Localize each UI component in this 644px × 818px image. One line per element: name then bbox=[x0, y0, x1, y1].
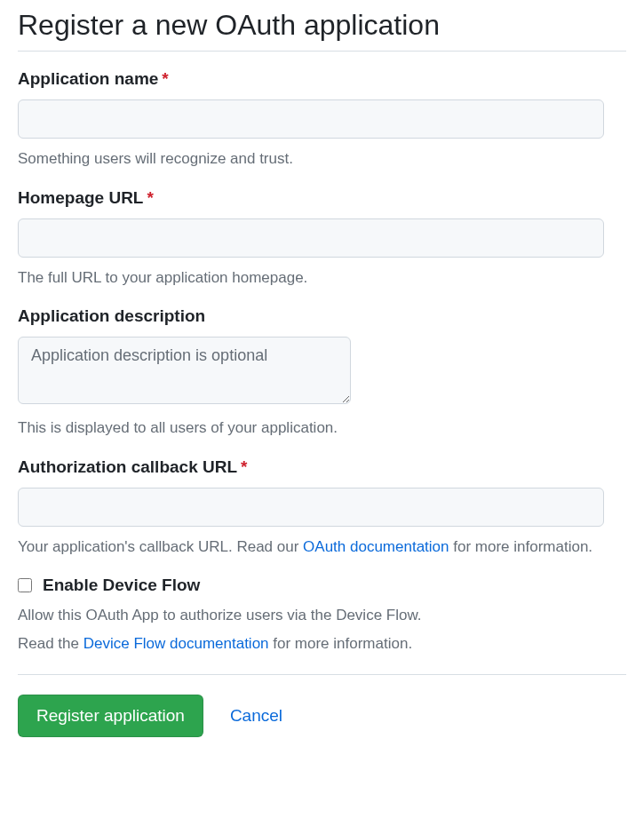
enable-device-flow-checkbox[interactable] bbox=[18, 578, 32, 592]
homepage-url-input[interactable] bbox=[18, 218, 604, 258]
required-indicator: * bbox=[162, 69, 168, 88]
oauth-documentation-link[interactable]: OAuth documentation bbox=[303, 538, 449, 555]
cancel-link[interactable]: Cancel bbox=[230, 706, 282, 726]
device-flow-documentation-link[interactable]: Device Flow documentation bbox=[83, 635, 269, 652]
application-description-input[interactable] bbox=[18, 337, 351, 404]
homepage-url-label-text: Homepage URL bbox=[18, 188, 143, 207]
page-title: Register a new OAuth application bbox=[18, 9, 626, 52]
homepage-url-group: Homepage URL* The full URL to your appli… bbox=[18, 188, 626, 290]
callback-url-label: Authorization callback URL* bbox=[18, 457, 626, 477]
application-description-group: Application description This is displaye… bbox=[18, 306, 626, 440]
application-description-help: This is displayed to all users of your a… bbox=[18, 417, 626, 440]
application-name-label: Application name* bbox=[18, 69, 626, 89]
device-flow-help-pre: Read the bbox=[18, 635, 83, 652]
callback-url-group: Authorization callback URL* Your applica… bbox=[18, 457, 626, 559]
callback-help-pre: Your application's callback URL. Read ou… bbox=[18, 538, 303, 555]
callback-url-help: Your application's callback URL. Read ou… bbox=[18, 536, 626, 559]
application-description-label: Application description bbox=[18, 306, 626, 326]
application-name-label-text: Application name bbox=[18, 69, 158, 88]
callback-url-input[interactable] bbox=[18, 488, 604, 527]
enable-device-flow-label: Enable Device Flow bbox=[43, 576, 200, 595]
device-flow-help-1: Allow this OAuth App to authorize users … bbox=[18, 604, 626, 627]
application-name-input[interactable] bbox=[18, 99, 604, 139]
required-indicator: * bbox=[241, 457, 247, 476]
device-flow-help-2: Read the Device Flow documentation for m… bbox=[18, 632, 626, 655]
register-application-button[interactable]: Register application bbox=[18, 695, 203, 737]
homepage-url-help: The full URL to your application homepag… bbox=[18, 266, 626, 290]
homepage-url-label: Homepage URL* bbox=[18, 188, 626, 208]
callback-url-label-text: Authorization callback URL bbox=[18, 457, 237, 476]
device-flow-group: Enable Device Flow Allow this OAuth App … bbox=[18, 576, 626, 655]
application-name-help: Something users will recognize and trust… bbox=[18, 147, 626, 171]
device-flow-help-post: for more information. bbox=[269, 635, 413, 652]
required-indicator: * bbox=[147, 188, 153, 207]
callback-help-post: for more information. bbox=[449, 538, 593, 555]
application-name-group: Application name* Something users will r… bbox=[18, 69, 626, 171]
form-actions: Register application Cancel bbox=[18, 674, 626, 737]
